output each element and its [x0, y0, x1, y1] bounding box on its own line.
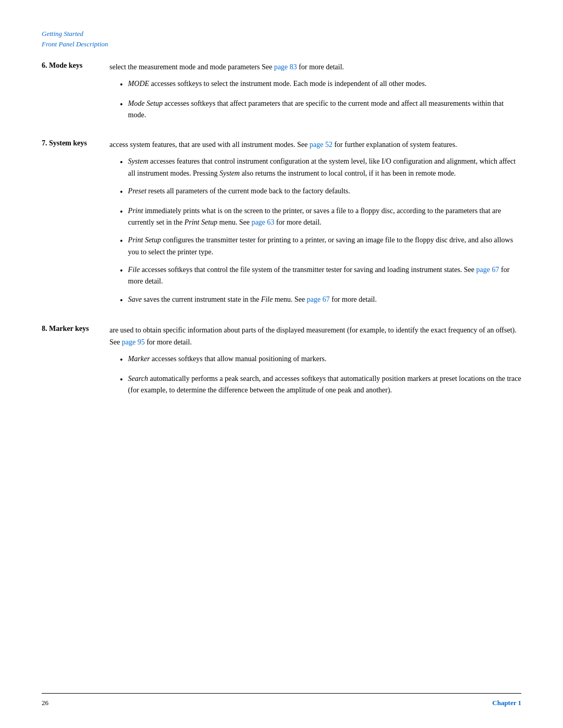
bullet-print: Print immediately prints what is on the …	[120, 205, 521, 229]
item-6-label: 6. Mode keys	[42, 61, 109, 70]
bullet-marker: Marker accesses softkeys that allow manu…	[120, 353, 521, 367]
bullet-mode: MODE accesses softkeys to select the ins…	[120, 78, 521, 92]
breadcrumb-line2: Front Panel Description	[42, 39, 521, 50]
footer-page-number: 26	[42, 699, 48, 707]
item-8-bullets: Marker accesses softkeys that allow manu…	[120, 353, 521, 396]
item-6-bullets: MODE accesses softkeys to select the ins…	[120, 78, 521, 121]
item-7-bullets: System accesses features that control in…	[120, 156, 521, 307]
bullet-system: System accesses features that control in…	[120, 156, 521, 179]
item-7-body: access system features, that are used wi…	[109, 139, 521, 314]
section-item-8: 8. Marker keys are used to obtain specif…	[42, 325, 521, 402]
breadcrumb: Getting Started Front Panel Description	[42, 29, 521, 49]
page-footer: 26 Chapter 1	[42, 693, 521, 707]
bullet-search: Search automatically performs a peak sea…	[120, 373, 521, 397]
item-6-intro: select the measurement mode and mode par…	[109, 61, 521, 73]
section-item-7: 7. System keys access system features, t…	[42, 139, 521, 314]
footer-chapter-label: Chapter 1	[492, 699, 521, 707]
bullet-file: File accesses softkeys that control the …	[120, 264, 521, 288]
item-8-label: 8. Marker keys	[42, 325, 109, 333]
main-content: 6. Mode keys select the measurement mode…	[42, 61, 521, 403]
link-page67a[interactable]: page 67	[476, 266, 499, 274]
breadcrumb-line1: Getting Started	[42, 29, 521, 39]
item-7-label: 7. System keys	[42, 139, 109, 147]
bullet-save-text: Save saves the current instrument state …	[128, 294, 521, 305]
bullet-file-text: File accesses softkeys that control the …	[128, 264, 521, 288]
item-6-body: select the measurement mode and mode par…	[109, 61, 521, 128]
link-page63[interactable]: page 63	[251, 218, 274, 226]
link-page83[interactable]: page 83	[274, 63, 297, 71]
link-page95[interactable]: page 95	[122, 338, 145, 346]
bullet-mode-text: MODE accesses softkeys to select the ins…	[128, 78, 521, 90]
bullet-mode-setup: Mode Setup accesses softkeys that affect…	[120, 98, 521, 121]
bullet-mode-setup-text: Mode Setup accesses softkeys that affect…	[128, 98, 521, 121]
bullet-save: Save saves the current instrument state …	[120, 294, 521, 307]
bullet-marker-text: Marker accesses softkeys that allow manu…	[128, 353, 521, 365]
bullet-system-text: System accesses features that control in…	[128, 156, 521, 179]
link-page67b[interactable]: page 67	[307, 295, 330, 303]
item-7-intro: access system features, that are used wi…	[109, 139, 521, 151]
bullet-preset: Preset resets all parameters of the curr…	[120, 186, 521, 199]
bullet-print-setup: Print Setup configures the transmitter t…	[120, 235, 521, 258]
item-8-body: are used to obtain specific information …	[109, 325, 521, 402]
bullet-preset-text: Preset resets all parameters of the curr…	[128, 186, 521, 197]
bullet-search-text: Search automatically performs a peak sea…	[128, 373, 521, 397]
item-8-intro: are used to obtain specific information …	[109, 325, 521, 348]
section-item-6: 6. Mode keys select the measurement mode…	[42, 61, 521, 128]
bullet-print-text: Print immediately prints what is on the …	[128, 205, 521, 229]
page: Getting Started Front Panel Description …	[0, 0, 563, 728]
link-page52[interactable]: page 52	[310, 141, 333, 149]
bullet-print-setup-text: Print Setup configures the transmitter t…	[128, 235, 521, 258]
